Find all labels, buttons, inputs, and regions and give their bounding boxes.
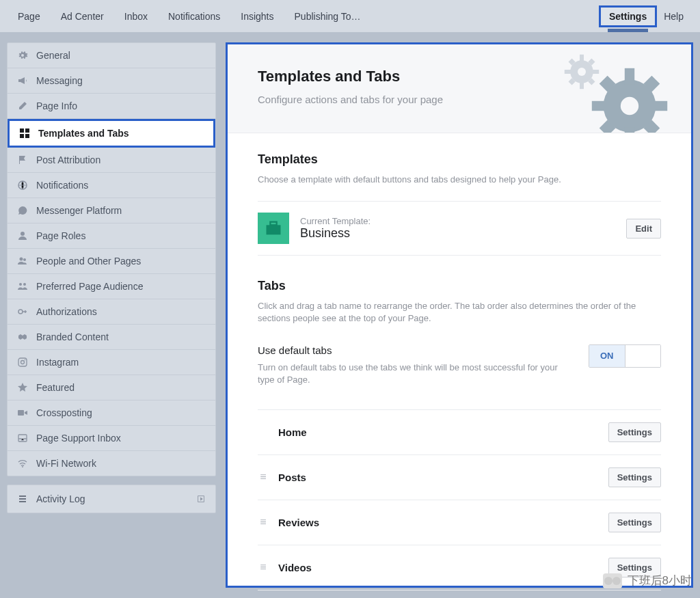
tab-name: Videos bbox=[278, 562, 599, 573]
tab-settings-button[interactable]: Settings bbox=[608, 422, 661, 442]
grid-icon bbox=[19, 128, 30, 139]
svg-rect-30 bbox=[625, 127, 634, 133]
sidebar-item-notifications[interactable]: Notifications bbox=[8, 173, 215, 198]
nav-notifications[interactable]: Notifications bbox=[160, 7, 228, 26]
sidebar-list: General Messaging Page Info Templates an… bbox=[7, 42, 216, 476]
nav-page[interactable]: Page bbox=[10, 7, 49, 26]
sidebar-item-wifi[interactable]: Wi-Fi Network bbox=[8, 451, 215, 476]
sidebar-item-instagram[interactable]: Instagram bbox=[8, 350, 215, 375]
svg-point-5 bbox=[21, 232, 25, 236]
sidebar-item-label: Page Info bbox=[36, 100, 77, 111]
sidebar-item-branded-content[interactable]: Branded Content bbox=[8, 325, 215, 350]
instagram-icon bbox=[17, 357, 28, 368]
current-template-name: Business bbox=[300, 226, 615, 241]
tab-row-posts[interactable]: ≡ Posts Settings bbox=[258, 455, 661, 500]
globe-icon bbox=[17, 180, 28, 191]
svg-point-12 bbox=[21, 361, 25, 364]
person-icon bbox=[17, 230, 28, 241]
sidebar-item-support-inbox[interactable]: Page Support Inbox bbox=[8, 426, 215, 451]
nav-ad-center[interactable]: Ad Center bbox=[53, 7, 112, 26]
sidebar-item-label: Page Support Inbox bbox=[36, 433, 121, 444]
templates-heading: Templates bbox=[258, 152, 661, 167]
sidebar-item-featured[interactable]: Featured bbox=[8, 375, 215, 400]
edit-template-button[interactable]: Edit bbox=[626, 219, 661, 239]
watermark: 下班后8小时 bbox=[603, 573, 692, 588]
nav-insights[interactable]: Insights bbox=[232, 7, 282, 26]
nav-help[interactable]: Help bbox=[657, 7, 690, 26]
sidebar-item-label: Wi-Fi Network bbox=[36, 458, 96, 469]
nav-inbox[interactable]: Inbox bbox=[116, 7, 156, 26]
drag-handle-icon[interactable]: ≡ bbox=[258, 516, 269, 528]
sidebar-item-page-info[interactable]: Page Info bbox=[8, 94, 215, 119]
handshake-icon bbox=[17, 331, 28, 342]
sidebar-item-label: Page Roles bbox=[36, 230, 85, 241]
svg-rect-31 bbox=[592, 101, 608, 111]
svg-point-6 bbox=[20, 258, 23, 261]
sidebar-item-label: Crossposting bbox=[36, 407, 92, 418]
settings-sidebar: General Messaging Page Info Templates an… bbox=[7, 42, 216, 588]
sidebar-item-label: General bbox=[36, 50, 70, 61]
svg-point-9 bbox=[23, 283, 26, 286]
sidebar-item-label: Post Attribution bbox=[36, 154, 100, 165]
sidebar-item-label: Messaging bbox=[36, 75, 83, 86]
hero: Templates and Tabs Configure actions and… bbox=[228, 44, 691, 133]
sidebar-item-messaging[interactable]: Messaging bbox=[8, 68, 215, 94]
nav-settings[interactable]: Settings bbox=[599, 5, 657, 27]
pencil-icon bbox=[17, 100, 28, 111]
svg-rect-38 bbox=[267, 226, 281, 235]
svg-rect-20 bbox=[580, 81, 584, 89]
sidebar-item-people-pages[interactable]: People and Other Pages bbox=[8, 249, 215, 274]
tabs-desc: Click and drag a tab name to rearrange t… bbox=[258, 300, 661, 325]
sidebar-item-post-attribution[interactable]: Post Attribution bbox=[8, 148, 215, 173]
gear-icon bbox=[17, 50, 28, 61]
target-people-icon bbox=[17, 281, 28, 292]
svg-rect-19 bbox=[580, 55, 584, 62]
activity-log-link[interactable]: Activity Log bbox=[7, 485, 216, 513]
wifi-icon bbox=[17, 458, 28, 469]
megaphone-icon bbox=[17, 75, 28, 86]
svg-rect-2 bbox=[20, 134, 24, 138]
sidebar-item-crossposting[interactable]: Crossposting bbox=[8, 400, 215, 426]
wechat-icon bbox=[603, 573, 622, 588]
sidebar-item-messenger-platform[interactable]: Messenger Platform bbox=[8, 198, 215, 223]
drag-handle-icon[interactable]: ≡ bbox=[258, 471, 269, 483]
templates-section: Templates Choose a template with default… bbox=[228, 133, 691, 256]
activity-log-label: Activity Log bbox=[36, 493, 85, 504]
default-tabs-toggle[interactable]: ON bbox=[589, 344, 661, 368]
list-icon bbox=[17, 493, 28, 504]
drag-handle-icon[interactable]: ≡ bbox=[258, 561, 269, 573]
svg-point-10 bbox=[18, 310, 23, 314]
sidebar-item-label: Authorizations bbox=[36, 306, 97, 317]
tabs-section: Tabs Click and drag a tab name to rearra… bbox=[228, 256, 691, 590]
key-icon bbox=[17, 306, 28, 317]
people-icon bbox=[17, 256, 28, 267]
tabs-heading: Tabs bbox=[258, 279, 661, 293]
svg-rect-3 bbox=[25, 134, 29, 138]
default-tabs-desc: Turn on default tabs to use the tabs we … bbox=[258, 362, 572, 386]
tab-name: Home bbox=[278, 426, 599, 438]
toggle-on-label: ON bbox=[589, 345, 625, 367]
top-nav: Page Ad Center Inbox Notifications Insig… bbox=[0, 0, 700, 33]
svg-rect-0 bbox=[20, 128, 24, 133]
sidebar-item-preferred-audience[interactable]: Preferred Page Audience bbox=[8, 274, 215, 299]
sidebar-item-authorizations[interactable]: Authorizations bbox=[8, 299, 215, 325]
toggle-off bbox=[625, 345, 661, 367]
flag-icon bbox=[17, 154, 28, 165]
tab-name: Posts bbox=[278, 472, 599, 483]
nav-publishing-tools[interactable]: Publishing To… bbox=[286, 7, 369, 26]
tab-row-videos[interactable]: ≡ Videos Settings bbox=[258, 545, 661, 590]
video-icon bbox=[17, 407, 28, 418]
sidebar-item-general[interactable]: General bbox=[8, 43, 215, 68]
tab-settings-button[interactable]: Settings bbox=[608, 467, 661, 487]
star-icon bbox=[17, 382, 28, 393]
tab-settings-button[interactable]: Settings bbox=[608, 513, 661, 532]
tab-row-reviews[interactable]: ≡ Reviews Settings bbox=[258, 500, 661, 545]
sidebar-item-templates-tabs[interactable]: Templates and Tabs bbox=[8, 119, 215, 148]
svg-rect-32 bbox=[651, 101, 667, 111]
sidebar-item-label: Featured bbox=[36, 382, 75, 393]
gear-decoration-big-icon bbox=[589, 65, 671, 133]
top-nav-left: Page Ad Center Inbox Notifications Insig… bbox=[10, 7, 369, 26]
tab-row-home: ≡ Home Settings bbox=[258, 410, 661, 455]
sidebar-item-page-roles[interactable]: Page Roles bbox=[8, 223, 215, 249]
chat-icon bbox=[17, 205, 28, 216]
